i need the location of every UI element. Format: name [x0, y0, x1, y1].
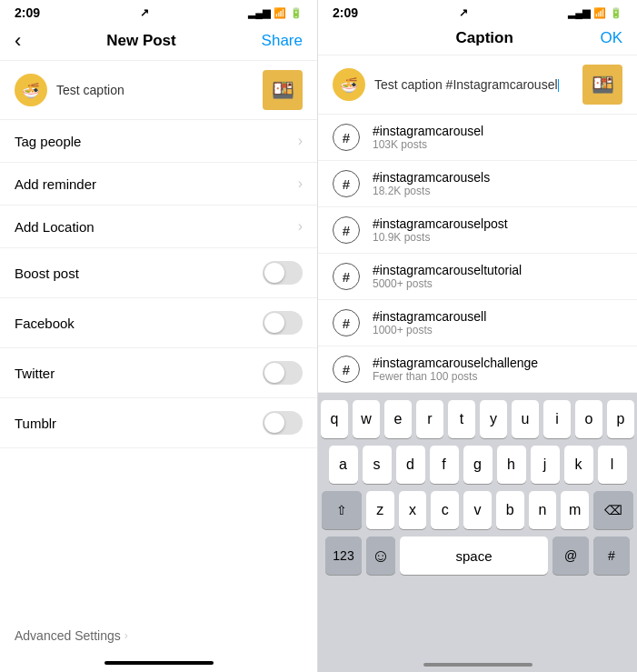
right-signal-icon: ▂▄▆ — [568, 7, 590, 19]
key-p[interactable]: p — [607, 400, 634, 438]
toggle-boost-post[interactable] — [263, 261, 303, 285]
key-c[interactable]: c — [431, 491, 459, 529]
delete-key[interactable]: ⌫ — [593, 491, 633, 529]
back-button[interactable]: ‹ — [15, 29, 21, 53]
key-i[interactable]: i — [543, 400, 571, 438]
hash-name-ht4: #instagramcarouseltutorial — [373, 263, 522, 277]
hash-icon: # — [333, 216, 360, 244]
key-a[interactable]: a — [329, 446, 358, 484]
left-thumb: 🍱 — [263, 70, 303, 110]
left-status-bar: 2:09 ↗ ▂▄▆ 📶 🔋 — [0, 0, 317, 24]
advanced-settings-chevron: › — [124, 629, 128, 642]
key-k[interactable]: k — [564, 446, 593, 484]
key-o[interactable]: o — [575, 400, 602, 438]
left-caption-text[interactable]: Test caption — [56, 83, 254, 97]
left-menu-list: Tag people›Add reminder›Add Location›Boo… — [0, 120, 317, 617]
emoji-key[interactable]: ☺ — [366, 537, 395, 575]
hash-name-ht3: #instagramcarouselpost — [373, 216, 508, 231]
key-h[interactable]: h — [497, 446, 526, 484]
hash-key[interactable]: # — [593, 537, 630, 575]
hashtag-suggestions: # #instagramcarousel 103K posts # #insta… — [318, 115, 637, 393]
hashtag-item-ht3[interactable]: # #instagramcarouselpost 10.9K posts — [318, 207, 637, 254]
menu-item-boost-post[interactable]: Boost post — [0, 248, 317, 298]
key-w[interactable]: w — [353, 400, 380, 438]
wifi-icon: 📶 — [274, 7, 286, 19]
keyboard-bottom-row: 123 ☺ space @ # — [322, 537, 633, 575]
right-home-indicator — [318, 657, 637, 672]
menu-item-facebook[interactable]: Facebook — [0, 298, 317, 348]
keyboard-row-3: ⇧ zxcvbnm⌫ — [322, 491, 633, 529]
ok-button[interactable]: OK — [600, 29, 622, 47]
key-s[interactable]: s — [363, 446, 392, 484]
at-key[interactable]: @ — [552, 537, 589, 575]
toggle-facebook[interactable] — [263, 311, 303, 335]
hashtag-item-ht4[interactable]: # #instagramcarouseltutorial 5000+ posts — [318, 254, 637, 300]
right-thumb-emoji: 🍱 — [592, 74, 614, 95]
space-key[interactable]: space — [400, 537, 548, 575]
hash-count-ht4: 5000+ posts — [373, 277, 522, 290]
home-bar-right — [423, 663, 532, 667]
key-j[interactable]: j — [531, 446, 560, 484]
caption-value: Test caption #Instagramcarousel — [374, 77, 558, 92]
right-caption-text[interactable]: Test caption #Instagramcarousel — [374, 77, 573, 92]
menu-item-add-reminder[interactable]: Add reminder› — [0, 163, 317, 206]
right-status-icons: ▂▄▆ 📶 🔋 — [568, 7, 622, 19]
hash-text-ht2: #instagramcarousels 18.2K posts — [373, 170, 490, 197]
key-y[interactable]: y — [480, 400, 507, 438]
hash-count-ht5: 1000+ posts — [373, 324, 486, 336]
key-q[interactable]: q — [321, 400, 348, 438]
hash-count-ht6: Fewer than 100 posts — [373, 370, 538, 383]
hash-text-ht1: #instagramcarousel 103K posts — [373, 124, 483, 151]
shift-key[interactable]: ⇧ — [322, 491, 362, 529]
right-avatar: 🍜 — [333, 68, 365, 101]
key-x[interactable]: x — [399, 491, 427, 529]
right-nav-title: Caption — [456, 29, 513, 47]
key-m[interactable]: m — [561, 491, 589, 529]
hash-icon: # — [333, 170, 360, 197]
key-n[interactable]: n — [529, 491, 557, 529]
toggle-tumblr[interactable] — [263, 411, 303, 435]
hash-count-ht3: 10.9K posts — [373, 231, 508, 244]
hash-name-ht5: #instagramcarousell — [373, 309, 486, 324]
menu-label-add-location: Add Location — [15, 219, 95, 235]
num-key[interactable]: 123 — [325, 537, 362, 575]
signal-icon: ▂▄▆ — [248, 7, 270, 19]
key-l[interactable]: l — [598, 446, 627, 484]
share-button[interactable]: Share — [262, 32, 303, 50]
right-wifi-icon: 📶 — [593, 7, 606, 19]
hashtag-item-ht5[interactable]: # #instagramcarousell 1000+ posts — [318, 300, 637, 346]
key-d[interactable]: d — [396, 446, 425, 484]
key-t[interactable]: t — [448, 400, 475, 438]
hash-text-ht5: #instagramcarousell 1000+ posts — [373, 309, 486, 336]
left-nav-arrow: ↗ — [140, 6, 149, 19]
menu-item-tag-people[interactable]: Tag people› — [0, 120, 317, 163]
hashtag-item-ht2[interactable]: # #instagramcarousels 18.2K posts — [318, 161, 637, 207]
menu-label-boost-post: Boost post — [15, 266, 79, 281]
hashtag-item-ht6[interactable]: # #instagramcarouselchallenge Fewer than… — [318, 346, 637, 393]
hash-text-ht4: #instagramcarouseltutorial 5000+ posts — [373, 263, 522, 290]
key-f[interactable]: f — [430, 446, 459, 484]
key-z[interactable]: z — [366, 491, 394, 529]
left-avatar: 🍜 — [15, 74, 47, 106]
right-panel: 2:09 ↗ ▂▄▆ 📶 🔋 Caption OK 🍜 Test caption… — [318, 0, 637, 672]
left-time: 2:09 — [15, 5, 40, 20]
key-u[interactable]: u — [512, 400, 539, 438]
key-e[interactable]: e — [384, 400, 412, 438]
menu-item-add-location[interactable]: Add Location› — [0, 206, 317, 248]
hash-icon: # — [333, 309, 360, 336]
menu-label-tumblr: Tumblr — [15, 416, 56, 431]
hash-text-ht3: #instagramcarouselpost 10.9K posts — [373, 216, 508, 244]
hashtag-item-ht1[interactable]: # #instagramcarousel 103K posts — [318, 115, 637, 161]
toggle-twitter[interactable] — [263, 361, 303, 385]
advanced-settings-link[interactable]: Advanced Settings › — [0, 617, 317, 654]
menu-item-tumblr[interactable]: Tumblr — [0, 398, 317, 448]
right-post-preview: 🍜 Test caption #Instagramcarousel 🍱 — [318, 55, 637, 115]
key-v[interactable]: v — [463, 491, 492, 529]
key-g[interactable]: g — [463, 446, 493, 484]
menu-item-twitter[interactable]: Twitter — [0, 348, 317, 398]
menu-label-add-reminder: Add reminder — [15, 176, 96, 192]
key-b[interactable]: b — [496, 491, 524, 529]
advanced-settings-label: Advanced Settings — [15, 628, 121, 643]
left-nav-title: New Post — [106, 32, 176, 50]
key-r[interactable]: r — [416, 400, 443, 438]
